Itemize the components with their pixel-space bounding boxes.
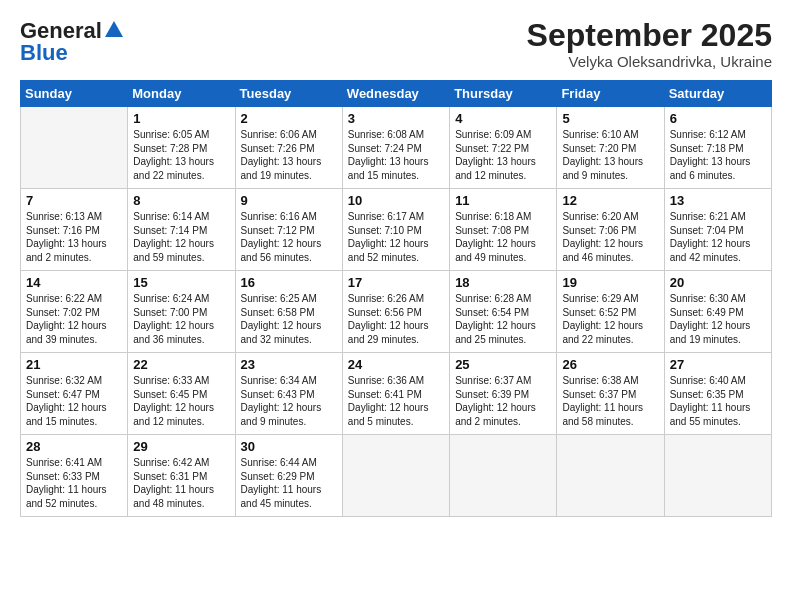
cell-info: Sunrise: 6:34 AM Sunset: 6:43 PM Dayligh… — [241, 374, 337, 428]
header-monday: Monday — [128, 81, 235, 107]
day-number: 6 — [670, 111, 766, 126]
header-thursday: Thursday — [450, 81, 557, 107]
day-number: 22 — [133, 357, 229, 372]
calendar-cell: 23Sunrise: 6:34 AM Sunset: 6:43 PM Dayli… — [235, 353, 342, 435]
day-number: 5 — [562, 111, 658, 126]
cell-info: Sunrise: 6:30 AM Sunset: 6:49 PM Dayligh… — [670, 292, 766, 346]
week-row-4: 28Sunrise: 6:41 AM Sunset: 6:33 PM Dayli… — [21, 435, 772, 517]
page: General Blue September 2025 Velyka Oleks… — [0, 0, 792, 527]
cell-info: Sunrise: 6:28 AM Sunset: 6:54 PM Dayligh… — [455, 292, 551, 346]
day-number: 12 — [562, 193, 658, 208]
logo-icon — [103, 19, 125, 41]
calendar-cell — [21, 107, 128, 189]
cell-info: Sunrise: 6:22 AM Sunset: 7:02 PM Dayligh… — [26, 292, 122, 346]
day-number: 30 — [241, 439, 337, 454]
calendar-cell: 12Sunrise: 6:20 AM Sunset: 7:06 PM Dayli… — [557, 189, 664, 271]
day-number: 2 — [241, 111, 337, 126]
day-number: 15 — [133, 275, 229, 290]
calendar-cell: 9Sunrise: 6:16 AM Sunset: 7:12 PM Daylig… — [235, 189, 342, 271]
header-sunday: Sunday — [21, 81, 128, 107]
calendar-cell — [557, 435, 664, 517]
header-area: General Blue September 2025 Velyka Oleks… — [20, 18, 772, 70]
cell-info: Sunrise: 6:42 AM Sunset: 6:31 PM Dayligh… — [133, 456, 229, 510]
cell-info: Sunrise: 6:32 AM Sunset: 6:47 PM Dayligh… — [26, 374, 122, 428]
week-row-0: 1Sunrise: 6:05 AM Sunset: 7:28 PM Daylig… — [21, 107, 772, 189]
day-number: 4 — [455, 111, 551, 126]
calendar-cell: 11Sunrise: 6:18 AM Sunset: 7:08 PM Dayli… — [450, 189, 557, 271]
calendar-cell: 20Sunrise: 6:30 AM Sunset: 6:49 PM Dayli… — [664, 271, 771, 353]
calendar-cell: 8Sunrise: 6:14 AM Sunset: 7:14 PM Daylig… — [128, 189, 235, 271]
cell-info: Sunrise: 6:12 AM Sunset: 7:18 PM Dayligh… — [670, 128, 766, 182]
calendar-cell: 19Sunrise: 6:29 AM Sunset: 6:52 PM Dayli… — [557, 271, 664, 353]
day-number: 25 — [455, 357, 551, 372]
calendar-cell: 28Sunrise: 6:41 AM Sunset: 6:33 PM Dayli… — [21, 435, 128, 517]
calendar-cell: 21Sunrise: 6:32 AM Sunset: 6:47 PM Dayli… — [21, 353, 128, 435]
svg-marker-0 — [105, 21, 123, 37]
cell-info: Sunrise: 6:26 AM Sunset: 6:56 PM Dayligh… — [348, 292, 444, 346]
calendar-table: Sunday Monday Tuesday Wednesday Thursday… — [20, 80, 772, 517]
calendar-cell: 24Sunrise: 6:36 AM Sunset: 6:41 PM Dayli… — [342, 353, 449, 435]
day-number: 21 — [26, 357, 122, 372]
day-number: 27 — [670, 357, 766, 372]
title-area: September 2025 Velyka Oleksandrivka, Ukr… — [527, 18, 772, 70]
calendar-cell: 14Sunrise: 6:22 AM Sunset: 7:02 PM Dayli… — [21, 271, 128, 353]
calendar-cell: 13Sunrise: 6:21 AM Sunset: 7:04 PM Dayli… — [664, 189, 771, 271]
calendar-cell: 30Sunrise: 6:44 AM Sunset: 6:29 PM Dayli… — [235, 435, 342, 517]
cell-info: Sunrise: 6:29 AM Sunset: 6:52 PM Dayligh… — [562, 292, 658, 346]
calendar-cell: 1Sunrise: 6:05 AM Sunset: 7:28 PM Daylig… — [128, 107, 235, 189]
cell-info: Sunrise: 6:13 AM Sunset: 7:16 PM Dayligh… — [26, 210, 122, 264]
header-saturday: Saturday — [664, 81, 771, 107]
day-number: 8 — [133, 193, 229, 208]
cell-info: Sunrise: 6:38 AM Sunset: 6:37 PM Dayligh… — [562, 374, 658, 428]
cell-info: Sunrise: 6:33 AM Sunset: 6:45 PM Dayligh… — [133, 374, 229, 428]
week-row-1: 7Sunrise: 6:13 AM Sunset: 7:16 PM Daylig… — [21, 189, 772, 271]
cell-info: Sunrise: 6:10 AM Sunset: 7:20 PM Dayligh… — [562, 128, 658, 182]
calendar-cell: 7Sunrise: 6:13 AM Sunset: 7:16 PM Daylig… — [21, 189, 128, 271]
day-number: 9 — [241, 193, 337, 208]
day-number: 19 — [562, 275, 658, 290]
day-number: 3 — [348, 111, 444, 126]
cell-info: Sunrise: 6:37 AM Sunset: 6:39 PM Dayligh… — [455, 374, 551, 428]
header-tuesday: Tuesday — [235, 81, 342, 107]
day-number: 17 — [348, 275, 444, 290]
day-number: 10 — [348, 193, 444, 208]
month-title: September 2025 — [527, 18, 772, 53]
calendar-cell: 2Sunrise: 6:06 AM Sunset: 7:26 PM Daylig… — [235, 107, 342, 189]
day-number: 1 — [133, 111, 229, 126]
cell-info: Sunrise: 6:14 AM Sunset: 7:14 PM Dayligh… — [133, 210, 229, 264]
weekday-header-row: Sunday Monday Tuesday Wednesday Thursday… — [21, 81, 772, 107]
day-number: 16 — [241, 275, 337, 290]
cell-info: Sunrise: 6:36 AM Sunset: 6:41 PM Dayligh… — [348, 374, 444, 428]
week-row-3: 21Sunrise: 6:32 AM Sunset: 6:47 PM Dayli… — [21, 353, 772, 435]
cell-info: Sunrise: 6:05 AM Sunset: 7:28 PM Dayligh… — [133, 128, 229, 182]
logo-blue: Blue — [20, 40, 68, 66]
day-number: 18 — [455, 275, 551, 290]
calendar-cell — [450, 435, 557, 517]
calendar-cell: 15Sunrise: 6:24 AM Sunset: 7:00 PM Dayli… — [128, 271, 235, 353]
day-number: 7 — [26, 193, 122, 208]
cell-info: Sunrise: 6:24 AM Sunset: 7:00 PM Dayligh… — [133, 292, 229, 346]
calendar-cell: 4Sunrise: 6:09 AM Sunset: 7:22 PM Daylig… — [450, 107, 557, 189]
cell-info: Sunrise: 6:44 AM Sunset: 6:29 PM Dayligh… — [241, 456, 337, 510]
cell-info: Sunrise: 6:06 AM Sunset: 7:26 PM Dayligh… — [241, 128, 337, 182]
calendar-cell: 16Sunrise: 6:25 AM Sunset: 6:58 PM Dayli… — [235, 271, 342, 353]
calendar-cell: 3Sunrise: 6:08 AM Sunset: 7:24 PM Daylig… — [342, 107, 449, 189]
calendar-cell: 6Sunrise: 6:12 AM Sunset: 7:18 PM Daylig… — [664, 107, 771, 189]
calendar-cell: 5Sunrise: 6:10 AM Sunset: 7:20 PM Daylig… — [557, 107, 664, 189]
calendar-cell — [664, 435, 771, 517]
calendar-cell — [342, 435, 449, 517]
day-number: 23 — [241, 357, 337, 372]
cell-info: Sunrise: 6:09 AM Sunset: 7:22 PM Dayligh… — [455, 128, 551, 182]
calendar-cell: 25Sunrise: 6:37 AM Sunset: 6:39 PM Dayli… — [450, 353, 557, 435]
day-number: 24 — [348, 357, 444, 372]
cell-info: Sunrise: 6:20 AM Sunset: 7:06 PM Dayligh… — [562, 210, 658, 264]
logo: General Blue — [20, 18, 125, 66]
cell-info: Sunrise: 6:41 AM Sunset: 6:33 PM Dayligh… — [26, 456, 122, 510]
cell-info: Sunrise: 6:21 AM Sunset: 7:04 PM Dayligh… — [670, 210, 766, 264]
cell-info: Sunrise: 6:25 AM Sunset: 6:58 PM Dayligh… — [241, 292, 337, 346]
day-number: 29 — [133, 439, 229, 454]
day-number: 13 — [670, 193, 766, 208]
day-number: 28 — [26, 439, 122, 454]
calendar-cell: 27Sunrise: 6:40 AM Sunset: 6:35 PM Dayli… — [664, 353, 771, 435]
calendar-cell: 26Sunrise: 6:38 AM Sunset: 6:37 PM Dayli… — [557, 353, 664, 435]
